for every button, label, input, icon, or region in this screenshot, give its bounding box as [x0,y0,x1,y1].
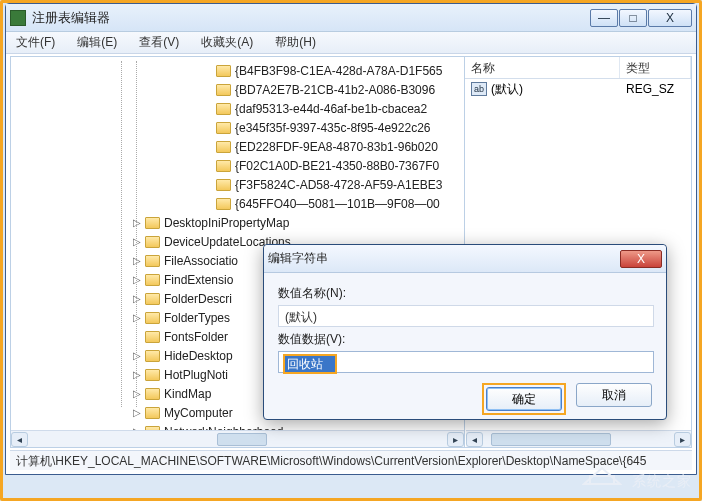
edit-string-dialog: 编辑字符串 X 数值名称(N): (默认) 数值数据(V): 确定 取消 [263,244,667,420]
window-title: 注册表编辑器 [32,9,590,27]
scroll-thumb[interactable] [217,433,267,446]
dialog-titlebar[interactable]: 编辑字符串 X [264,245,666,273]
watermark-text: 系统之家 [632,473,692,489]
window-buttons: — □ X [590,9,692,27]
tree-node[interactable]: {e345f35f-9397-435c-8f95-4e922c26 [11,118,464,137]
dialog-buttons: 确定 取消 [264,383,666,425]
folder-icon [216,141,231,153]
tree-node[interactable]: {F3F5824C-AD58-4728-AF59-A1EBE3 [11,175,464,194]
tree-node[interactable]: {B4FB3F98-C1EA-428d-A78A-D1F565 [11,61,464,80]
folder-icon [216,160,231,172]
menu-help[interactable]: 帮助(H) [271,32,320,53]
list-row[interactable]: ab (默认) REG_SZ [465,79,691,99]
folder-icon [145,217,160,229]
folder-icon [145,293,160,305]
col-name[interactable]: 名称 [465,57,620,78]
folder-icon [145,312,160,324]
minimize-button[interactable]: — [590,9,618,27]
menu-file[interactable]: 文件(F) [12,32,59,53]
folder-icon [145,274,160,286]
folder-icon [145,407,160,419]
folder-icon [216,179,231,191]
menu-favorites[interactable]: 收藏夹(A) [197,32,257,53]
expand-icon[interactable] [131,331,143,343]
tree-node[interactable]: {ED228FDF-9EA8-4870-83b1-96b020 [11,137,464,156]
folder-icon [216,103,231,115]
folder-icon [145,331,160,343]
list-header[interactable]: 名称 类型 [465,57,691,79]
value-data-label: 数值数据(V): [278,331,652,348]
app-icon [10,10,26,26]
scroll-right-icon[interactable]: ▸ [447,432,464,447]
titlebar[interactable]: 注册表编辑器 — □ X [6,4,696,32]
expand-icon[interactable]: ▷ [131,312,143,324]
folder-icon [145,388,160,400]
watermark: 系统之家 [582,462,692,491]
list-hscrollbar[interactable]: ◂ ▸ [466,430,691,447]
value-name-label: 数值名称(N): [278,285,652,302]
value-name-display: (默认) [278,305,654,327]
tree-node[interactable]: ▷DesktopIniPropertyMap [11,213,464,232]
expand-icon[interactable]: ▷ [131,407,143,419]
value-name: (默认) [491,81,626,98]
folder-icon [216,84,231,96]
tree-node-selected[interactable]: {645FFO40—5081—101B—9F08—00 [11,194,464,213]
cancel-button[interactable]: 取消 [576,383,652,407]
expand-icon[interactable]: ▷ [131,274,143,286]
expand-icon[interactable]: ▷ [131,350,143,362]
folder-icon [216,65,231,77]
expand-icon[interactable]: ▷ [131,369,143,381]
scroll-right-icon[interactable]: ▸ [674,432,691,447]
expand-icon[interactable]: ▷ [131,293,143,305]
expand-icon[interactable]: ▷ [131,255,143,267]
col-type[interactable]: 类型 [620,57,691,78]
tree-hscrollbar[interactable]: ◂ ▸ [11,430,464,447]
scroll-left-icon[interactable]: ◂ [466,432,483,447]
folder-icon [145,255,160,267]
menu-edit[interactable]: 编辑(E) [73,32,121,53]
dialog-close-button[interactable]: X [620,250,662,268]
value-data-input-wrapper [278,351,654,373]
folder-icon [145,350,160,362]
value-data-input[interactable] [285,356,335,372]
folder-icon [145,369,160,381]
close-button[interactable]: X [648,9,692,27]
menubar: 文件(F) 编辑(E) 查看(V) 收藏夹(A) 帮助(H) [6,32,696,54]
expand-icon[interactable]: ▷ [131,217,143,229]
tree-node[interactable]: {daf95313-e44d-46af-be1b-cbacea2 [11,99,464,118]
expand-icon[interactable]: ▷ [131,388,143,400]
folder-icon [145,236,160,248]
ok-button[interactable]: 确定 [486,387,562,411]
scroll-thumb[interactable] [491,433,611,446]
scroll-left-icon[interactable]: ◂ [11,432,28,447]
dialog-body: 数值名称(N): (默认) 数值数据(V): [264,273,666,383]
folder-icon [216,198,231,210]
string-value-icon: ab [471,82,487,96]
maximize-button[interactable]: □ [619,9,647,27]
tree-node[interactable]: {BD7A2E7B-21CB-41b2-A086-B3096 [11,80,464,99]
expand-icon[interactable]: ▷ [131,236,143,248]
dialog-title: 编辑字符串 [268,250,620,267]
value-type: REG_SZ [626,82,674,96]
watermark-logo-icon [582,462,622,486]
menu-view[interactable]: 查看(V) [135,32,183,53]
folder-icon [216,122,231,134]
tree-node[interactable]: {F02C1A0D-BE21-4350-88B0-7367F0 [11,156,464,175]
